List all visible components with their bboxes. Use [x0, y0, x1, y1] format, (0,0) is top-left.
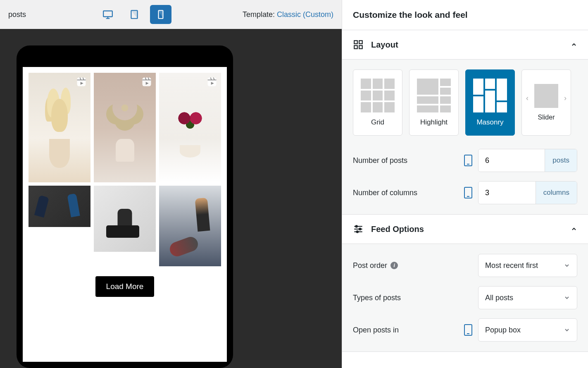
- num-columns-input[interactable]: [478, 182, 536, 204]
- layout-option-label: Masonry: [476, 118, 503, 127]
- svg-rect-13: [354, 45, 357, 49]
- chevron-right-icon: ›: [564, 94, 567, 103]
- feed-grid: [23, 67, 227, 266]
- slider-preview-icon: [534, 84, 558, 108]
- svg-rect-9: [208, 78, 217, 86]
- layout-option-label: Highlight: [420, 118, 448, 127]
- chevron-left-icon: ‹: [526, 94, 528, 103]
- svg-rect-14: [359, 45, 362, 49]
- open-in-label: Open posts in: [353, 326, 399, 335]
- types-select[interactable]: All posts: [478, 286, 577, 309]
- tablet-device-button[interactable]: [124, 5, 145, 24]
- feed-options-section-body: Post order i Most recent first Types of …: [342, 244, 588, 352]
- chevron-down-icon: [564, 262, 570, 269]
- layout-option-slider[interactable]: ‹ › Slider: [521, 69, 571, 136]
- types-value: All posts: [485, 294, 513, 302]
- device-selector: [97, 5, 171, 24]
- layout-option-label: Slider: [538, 114, 555, 121]
- template-indicator: Template: Classic (Custom): [243, 10, 333, 19]
- feed-post-3[interactable]: [159, 73, 221, 182]
- layout-option-label: Grid: [371, 118, 384, 127]
- num-posts-input[interactable]: [478, 149, 545, 172]
- mobile-context-icon[interactable]: [464, 324, 472, 336]
- post-order-label: Post order: [353, 261, 387, 270]
- load-more-button[interactable]: Load More: [95, 276, 155, 297]
- masonry-preview-icon: [473, 79, 507, 112]
- template-label: Template:: [243, 10, 275, 19]
- desktop-icon: [102, 9, 113, 20]
- mobile-icon: [155, 9, 166, 20]
- num-posts-label: Number of posts: [353, 156, 407, 165]
- grid-preview-icon: [361, 79, 395, 112]
- layout-section-header[interactable]: Layout: [342, 30, 588, 60]
- chevron-down-icon: [564, 327, 570, 333]
- reel-icon: [206, 76, 218, 88]
- chevron-up-icon: [571, 41, 577, 48]
- feed-post-4[interactable]: [29, 186, 90, 227]
- mobile-context-icon[interactable]: [464, 155, 472, 166]
- chevron-up-icon: [571, 226, 577, 232]
- preview-screen: Load More: [23, 67, 227, 362]
- open-in-select[interactable]: Popup box: [478, 318, 577, 342]
- layout-option-masonry[interactable]: Masonry: [465, 69, 515, 136]
- svg-marker-4: [159, 10, 163, 19]
- mobile-context-icon[interactable]: [464, 187, 472, 198]
- post-order-select[interactable]: Most recent first: [478, 254, 577, 277]
- template-link[interactable]: Classic (Custom): [277, 10, 333, 19]
- num-columns-label: Number of columns: [353, 189, 417, 197]
- layout-option-grid[interactable]: Grid: [353, 69, 402, 136]
- open-in-value: Popup box: [485, 326, 521, 335]
- reel-icon: [76, 76, 87, 88]
- post-order-value: Most recent first: [485, 261, 538, 270]
- mobile-device-button[interactable]: [150, 5, 171, 24]
- svg-point-20: [357, 231, 358, 232]
- svg-point-19: [359, 228, 361, 230]
- mobile-device-frame: Load More: [17, 45, 233, 368]
- feed-options-section-header[interactable]: Feed Options: [342, 215, 588, 244]
- svg-point-18: [356, 225, 357, 227]
- highlight-preview-icon: [417, 79, 451, 112]
- svg-rect-7: [143, 78, 151, 86]
- svg-rect-12: [359, 41, 362, 44]
- num-posts-suffix: posts: [545, 149, 577, 172]
- svg-marker-2: [131, 10, 137, 19]
- feed-post-1[interactable]: [29, 73, 90, 182]
- svg-rect-0: [103, 11, 112, 17]
- num-columns-suffix: columns: [536, 182, 577, 204]
- chevron-down-icon: [564, 294, 570, 301]
- feed-post-6[interactable]: [159, 186, 221, 266]
- layout-option-highlight[interactable]: Highlight: [409, 69, 459, 136]
- customize-sidebar: Customize the look and feel Layout Grid …: [342, 0, 588, 368]
- sidebar-title: Customize the look and feel: [342, 0, 588, 30]
- layout-heading: Layout: [371, 40, 398, 50]
- sliders-icon: [353, 224, 364, 234]
- grid-icon: [353, 39, 364, 50]
- feed-options-heading: Feed Options: [371, 225, 424, 234]
- page-context-label: posts: [8, 10, 26, 19]
- tablet-icon: [129, 9, 140, 20]
- feed-post-5[interactable]: [94, 186, 156, 252]
- desktop-device-button[interactable]: [97, 5, 119, 24]
- svg-rect-5: [77, 78, 86, 86]
- reel-icon: [141, 76, 152, 88]
- types-label: Types of posts: [353, 294, 401, 302]
- info-icon[interactable]: i: [390, 262, 398, 269]
- layout-section-body: Grid Highlight Masonry ‹ › Slider: [342, 60, 588, 215]
- svg-rect-11: [354, 41, 357, 44]
- feed-post-2[interactable]: [94, 73, 156, 182]
